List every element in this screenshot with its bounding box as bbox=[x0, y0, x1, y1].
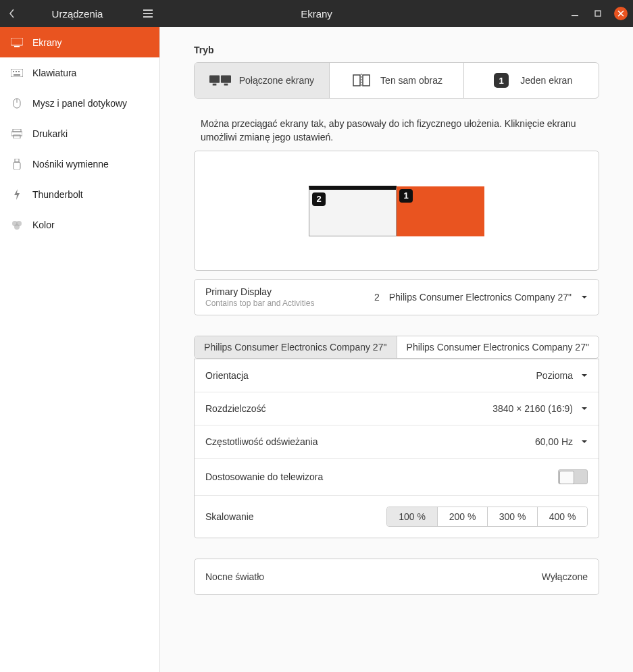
back-button[interactable] bbox=[0, 0, 24, 27]
sidebar-item-thunderbolt[interactable]: Thunderbolt bbox=[0, 179, 159, 209]
primary-display-selector[interactable]: 2 Philips Consumer Electronics Company 2… bbox=[374, 292, 588, 303]
printer-icon bbox=[11, 129, 23, 138]
mode-label: Połączone ekrany bbox=[239, 75, 314, 86]
scale-200-button[interactable]: 200 % bbox=[437, 507, 487, 526]
refresh-label: Częstotliwość odświeżania bbox=[205, 436, 318, 447]
join-displays-icon bbox=[209, 74, 231, 87]
refresh-value: 60,00 Hz bbox=[535, 436, 573, 447]
mouse-icon bbox=[11, 98, 23, 109]
scale-400-button[interactable]: 400 % bbox=[537, 507, 587, 526]
mode-join-displays-button[interactable]: Połączone ekrany bbox=[195, 63, 329, 98]
svg-rect-10 bbox=[18, 71, 20, 72]
night-light-row[interactable]: Nocne światło Wyłączone bbox=[195, 559, 599, 594]
scale-label: 100 % bbox=[399, 511, 426, 522]
close-icon bbox=[617, 10, 624, 17]
sidebar-item-removable-media[interactable]: Nośniki wymienne bbox=[0, 149, 159, 179]
svg-rect-1 bbox=[143, 13, 153, 14]
night-light-card: Nocne światło Wyłączone bbox=[194, 559, 599, 595]
resolution-value: 3840 × 2160 (16∶9) bbox=[492, 403, 573, 414]
orientation-selector[interactable]: Pozioma bbox=[536, 370, 588, 381]
svg-rect-4 bbox=[595, 11, 601, 16]
display-settings-card: Orientacja Pozioma Rozdzielczość 3840 × … bbox=[194, 359, 599, 538]
mode-label: Ten sam obraz bbox=[380, 75, 442, 86]
sidebar-item-color[interactable]: Kolor bbox=[0, 209, 159, 240]
mode-mirror-button[interactable]: Ten sam obraz bbox=[329, 63, 464, 98]
scaling-label: Skalowanie bbox=[205, 511, 254, 522]
primary-display-card: Primary Display Contains top bar and Act… bbox=[194, 279, 599, 315]
night-light-label: Nocne światło bbox=[205, 571, 264, 582]
orientation-row[interactable]: Orientacja Pozioma bbox=[195, 359, 599, 392]
monitors-container: 2 1 bbox=[309, 186, 484, 236]
display-tab-1[interactable]: Philips Consumer Electronics Company 27" bbox=[195, 336, 397, 358]
sidebar: Ekrany Klawiatura Mysz i panel dotykowy … bbox=[0, 27, 160, 672]
primary-display-number: 2 bbox=[374, 292, 380, 303]
svg-rect-23 bbox=[221, 75, 231, 82]
minimize-button[interactable] bbox=[568, 7, 582, 20]
thunderbolt-icon bbox=[11, 189, 23, 200]
hamburger-icon bbox=[143, 9, 153, 18]
svg-rect-14 bbox=[13, 129, 21, 132]
maximize-icon bbox=[594, 10, 601, 17]
hamburger-menu-button[interactable] bbox=[136, 0, 160, 27]
display-tab-2[interactable]: Philips Consumer Electronics Company 27" bbox=[397, 336, 599, 358]
mode-single-display-button[interactable]: 1 Jeden ekran bbox=[463, 63, 599, 98]
sidebar-item-keyboard[interactable]: Klawiatura bbox=[0, 57, 159, 88]
orientation-label: Orientacja bbox=[205, 370, 249, 381]
single-display-icon: 1 bbox=[490, 73, 512, 88]
svg-rect-22 bbox=[209, 75, 220, 82]
monitor-badge: 2 bbox=[312, 192, 326, 206]
scale-label: 300 % bbox=[499, 511, 526, 522]
chevron-down-icon bbox=[581, 372, 588, 379]
chevron-left-icon bbox=[9, 9, 16, 18]
svg-rect-9 bbox=[16, 71, 17, 72]
resolution-row[interactable]: Rozdzielczość 3840 × 2160 (16∶9) bbox=[195, 392, 599, 425]
svg-rect-2 bbox=[143, 16, 153, 18]
maximize-button[interactable] bbox=[591, 7, 605, 20]
resolution-label: Rozdzielczość bbox=[205, 403, 265, 414]
display-selector-tabs: Philips Consumer Electronics Company 27"… bbox=[194, 336, 599, 359]
usb-icon bbox=[11, 159, 23, 170]
window-controls bbox=[568, 7, 628, 20]
sidebar-item-label: Kolor bbox=[32, 219, 55, 230]
display-tab-label: Philips Consumer Electronics Company 27" bbox=[407, 342, 589, 353]
mode-label: Jeden ekran bbox=[520, 75, 572, 86]
primary-display-subtitle: Contains top bar and Activities bbox=[205, 299, 314, 308]
mirror-icon bbox=[351, 74, 372, 87]
refresh-rate-row[interactable]: Częstotliwość odświeżania 60,00 Hz bbox=[195, 425, 599, 458]
svg-rect-8 bbox=[13, 71, 14, 72]
svg-rect-25 bbox=[224, 84, 228, 86]
svg-rect-17 bbox=[15, 159, 19, 162]
sidebar-header-title: Urządzenia bbox=[24, 8, 136, 20]
keyboard-icon bbox=[11, 69, 23, 77]
monitor-1[interactable]: 1 bbox=[397, 186, 484, 236]
primary-display-name: Philips Consumer Electronics Company 27" bbox=[389, 292, 572, 303]
primary-display-row[interactable]: Primary Display Contains top bar and Act… bbox=[195, 280, 599, 315]
resolution-selector[interactable]: 3840 × 2160 (16∶9) bbox=[492, 403, 588, 414]
svg-rect-3 bbox=[572, 15, 578, 16]
primary-display-title: Primary Display bbox=[205, 286, 314, 297]
color-icon bbox=[11, 220, 23, 230]
scaling-toggle: 100 % 200 % 300 % 400 % bbox=[386, 507, 588, 527]
sidebar-item-label: Drukarki bbox=[32, 128, 68, 139]
close-button[interactable] bbox=[614, 7, 628, 20]
sidebar-item-label: Klawiatura bbox=[32, 68, 76, 78]
chevron-down-icon bbox=[581, 438, 588, 445]
tv-adjustment-switch[interactable] bbox=[558, 469, 588, 484]
sidebar-item-printers[interactable]: Drukarki bbox=[0, 118, 159, 149]
svg-rect-5 bbox=[11, 38, 23, 45]
sidebar-item-displays[interactable]: Ekrany bbox=[0, 27, 159, 57]
tv-label: Dostosowanie do telewizora bbox=[205, 471, 323, 482]
sidebar-item-label: Mysz i panel dotykowy bbox=[32, 98, 127, 109]
scale-label: 400 % bbox=[549, 511, 576, 522]
display-arrangement-area[interactable]: 2 1 bbox=[194, 151, 599, 271]
scale-label: 200 % bbox=[449, 511, 476, 522]
monitor-2[interactable]: 2 bbox=[309, 186, 397, 236]
refresh-selector[interactable]: 60,00 Hz bbox=[535, 436, 588, 447]
sidebar-item-mouse[interactable]: Mysz i panel dotykowy bbox=[0, 88, 159, 118]
sidebar-item-label: Thunderbolt bbox=[32, 189, 83, 200]
scale-100-button[interactable]: 100 % bbox=[387, 507, 437, 526]
scale-300-button[interactable]: 300 % bbox=[487, 507, 537, 526]
content-area: Tryb Połączone ekrany Ten sam obraz 1 Je… bbox=[160, 27, 633, 672]
svg-rect-0 bbox=[143, 9, 153, 11]
chevron-down-icon bbox=[581, 405, 588, 412]
